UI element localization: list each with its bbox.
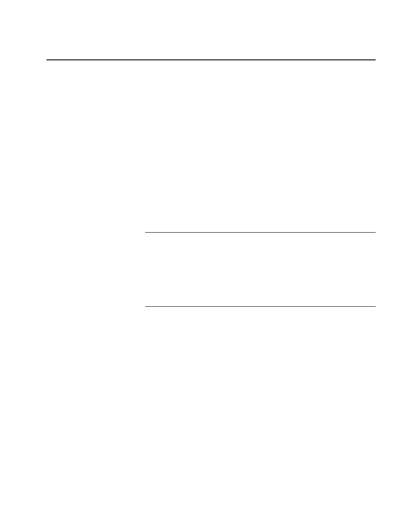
horizontal-rule-top: [47, 59, 376, 60]
horizontal-rule-mid-a: [145, 232, 376, 233]
horizontal-rule-mid-b: [145, 306, 376, 307]
page: [0, 0, 411, 532]
